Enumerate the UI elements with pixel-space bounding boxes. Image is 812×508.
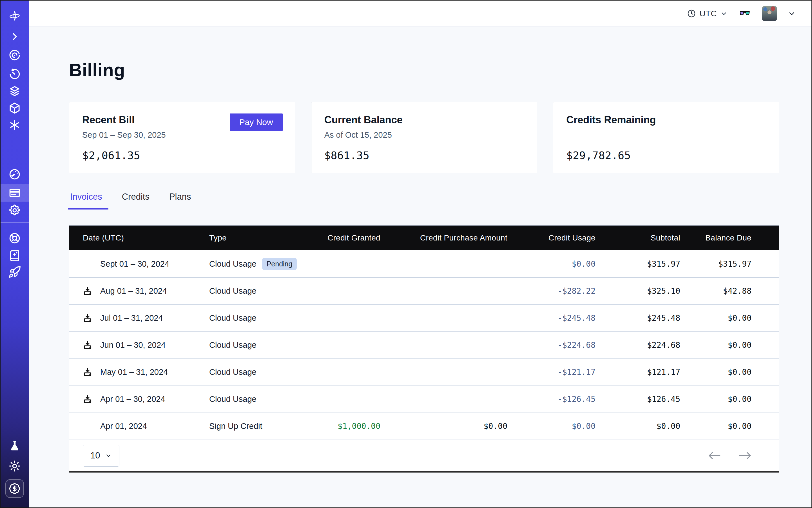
download-invoice-icon[interactable] (83, 286, 95, 296)
billing-page: UTC Billing Recent Bill Sep 01 (0, 0, 812, 508)
card-title: Credits Remaining (566, 114, 766, 126)
download-invoice-icon[interactable] (83, 394, 95, 404)
cell-date: Aug 01 – 31, 2024 (83, 286, 209, 296)
cell-type: Cloud Usage (209, 286, 316, 296)
card-title: Current Balance (324, 114, 524, 126)
cell-credit-usage: -$126.45 (507, 394, 596, 404)
credits-remaining-card: Credits Remaining $29,782.65 (553, 102, 779, 173)
download-invoice-icon[interactable] (83, 340, 95, 350)
account-menu-chevron[interactable] (788, 9, 796, 17)
invoice-period: Apr 01 – 30, 2024 (100, 394, 165, 404)
invoice-period: Apr 01, 2024 (100, 422, 147, 431)
pay-now-button[interactable]: Pay Now (230, 114, 283, 131)
chevron-down-icon (788, 9, 796, 17)
docs-book-icon[interactable] (1, 249, 29, 262)
invoice-type: Cloud Usage (209, 394, 256, 404)
invoice-type: Cloud Usage (209, 340, 256, 350)
container-cube-icon[interactable] (1, 101, 29, 115)
usage-gauge-icon[interactable] (1, 168, 29, 181)
avatar[interactable] (762, 6, 777, 21)
cell-subtotal: $126.45 (596, 394, 680, 404)
column-header-date-utc: Date (UTC) (83, 234, 209, 243)
column-header-type: Type (209, 234, 316, 243)
cell-subtotal: $325.10 (596, 286, 680, 296)
cell-balance-due: $42.88 (680, 286, 752, 296)
card-amount: $2,061.35 (82, 149, 140, 162)
settings-gear-icon[interactable] (1, 204, 29, 217)
history-timer-icon[interactable] (1, 67, 29, 81)
cell-balance-due: $0.00 (680, 340, 752, 350)
table-row: Jun 01 – 30, 2024Cloud Usage-$224.68$224… (69, 331, 779, 358)
collapse-chevron-icon[interactable] (1, 30, 29, 43)
cell-subtotal: $0.00 (596, 422, 680, 431)
cell-credit-usage: $0.00 (507, 422, 596, 431)
sidebar (1, 1, 29, 507)
cell-type: Cloud Usage (209, 313, 316, 323)
cell-subtotal: $224.68 (596, 340, 680, 350)
asterisk-icon[interactable] (1, 118, 29, 132)
cell-type: Cloud Usage (209, 394, 316, 404)
tab-invoices[interactable]: Invoices (69, 192, 103, 209)
card-subtitle (566, 130, 766, 140)
timezone-label: UTC (699, 9, 717, 18)
tab-credits[interactable]: Credits (121, 192, 151, 209)
column-header-credit-usage: Credit Usage (507, 234, 596, 243)
cell-type: Sign Up Credit (209, 422, 316, 431)
topbar: UTC (29, 1, 811, 27)
column-header-credit-purchase-amount: Credit Purchase Amount (380, 234, 507, 243)
cell-subtotal: $121.17 (596, 368, 680, 377)
download-invoice-icon[interactable] (83, 313, 95, 323)
column-header-subtotal: Subtotal (596, 234, 680, 243)
card-amount: $861.35 (324, 149, 370, 162)
logo-icon[interactable] (1, 9, 29, 23)
table-row: Sept 01 – 30, 2024Cloud UsagePending$0.0… (69, 250, 779, 278)
cell-date: May 01 – 31, 2024 (83, 368, 209, 377)
glasses-icon (738, 7, 751, 20)
timezone-selector[interactable]: UTC (687, 9, 728, 18)
labs-flask-icon[interactable] (1, 439, 29, 453)
clock-icon (687, 9, 696, 18)
chevron-down-icon (105, 452, 112, 459)
tab-plans[interactable]: Plans (168, 192, 192, 209)
layers-icon[interactable] (1, 84, 29, 98)
billing-card-icon[interactable] (1, 184, 29, 202)
page-title: Billing (69, 60, 779, 81)
page-size-value: 10 (90, 451, 100, 461)
table-row: Apr 01 – 30, 2024Cloud Usage-$126.45$126… (69, 385, 779, 413)
chevron-down-icon (720, 10, 728, 17)
theme-sun-icon[interactable] (1, 459, 29, 473)
sidebar-divider (1, 159, 29, 159)
invoice-period: Aug 01 – 31, 2024 (100, 286, 167, 296)
invoice-period: Jun 01 – 30, 2024 (100, 340, 166, 350)
invoice-period: May 01 – 31, 2024 (100, 368, 168, 377)
invoice-period: Sept 01 – 30, 2024 (100, 259, 169, 269)
getting-started-rocket-icon[interactable] (1, 265, 29, 279)
cell-date: Apr 01, 2024 (83, 422, 209, 431)
sidebar-divider (1, 222, 29, 223)
support-lifebuoy-icon[interactable] (1, 231, 29, 245)
glasses-button[interactable] (738, 7, 751, 20)
invoice-type: Sign Up Credit (209, 422, 262, 431)
cell-date: Apr 01 – 30, 2024 (83, 394, 209, 404)
table-footer: 10 (69, 439, 779, 471)
credits-dollar-badge-icon[interactable] (5, 479, 24, 498)
cell-date: Jun 01 – 30, 2024 (83, 340, 209, 350)
download-invoice-icon[interactable] (83, 368, 95, 377)
cell-type: Cloud Usage (209, 368, 316, 377)
invoices-table: Date (UTC)TypeCredit GrantedCredit Purch… (69, 225, 779, 472)
prev-page-button[interactable] (708, 452, 721, 460)
cell-credit-usage: -$224.68 (507, 340, 596, 350)
table-row: Apr 01, 2024Sign Up Credit$1,000.00$0.00… (69, 413, 779, 439)
observability-spiral-icon[interactable] (1, 48, 29, 62)
summary-cards: Recent Bill Sep 01 – Sep 30, 2025 Pay No… (69, 102, 779, 173)
page-size-select[interactable]: 10 (83, 444, 119, 467)
cell-credit-granted: $1,000.00 (316, 422, 380, 431)
cell-balance-due: $0.00 (680, 313, 752, 323)
status-badge: Pending (262, 258, 297, 270)
next-page-button[interactable] (738, 452, 752, 460)
main-content: Billing Recent Bill Sep 01 – Sep 30, 202… (29, 27, 811, 507)
cell-credit-usage: -$282.22 (507, 286, 596, 296)
invoice-type: Cloud Usage (209, 286, 256, 296)
cell-date: Jul 01 – 31, 2024 (83, 313, 209, 323)
recent-bill-card: Recent Bill Sep 01 – Sep 30, 2025 Pay No… (69, 102, 295, 173)
